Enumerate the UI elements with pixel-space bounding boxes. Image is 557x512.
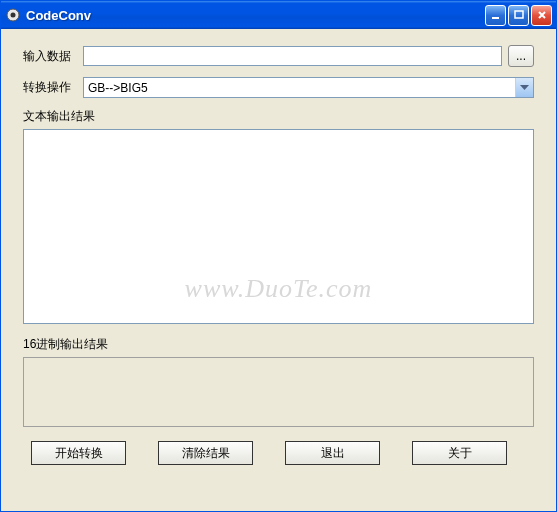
convert-label: 转换操作 bbox=[23, 79, 83, 96]
maximize-button[interactable] bbox=[508, 5, 529, 26]
svg-rect-3 bbox=[515, 11, 523, 18]
input-row: 输入数据 ... bbox=[23, 45, 534, 67]
clear-result-button[interactable]: 清除结果 bbox=[158, 441, 253, 465]
client-area: 输入数据 ... 转换操作 文本输出结果 16进制输出结果 开始转换 清除结果 … bbox=[1, 29, 556, 511]
button-row: 开始转换 清除结果 退出 关于 bbox=[23, 441, 534, 465]
hex-output-label: 16进制输出结果 bbox=[23, 336, 534, 353]
app-window: CodeConv 输入数据 ... 转换操作 bbox=[0, 0, 557, 512]
svg-point-1 bbox=[11, 13, 16, 18]
convert-combo-wrap bbox=[83, 77, 534, 98]
start-convert-button[interactable]: 开始转换 bbox=[31, 441, 126, 465]
browse-button[interactable]: ... bbox=[508, 45, 534, 67]
browse-label: ... bbox=[516, 49, 526, 63]
app-icon bbox=[5, 7, 21, 23]
text-output-label: 文本输出结果 bbox=[23, 108, 534, 125]
exit-button[interactable]: 退出 bbox=[285, 441, 380, 465]
minimize-button[interactable] bbox=[485, 5, 506, 26]
window-title: CodeConv bbox=[26, 8, 485, 23]
close-button[interactable] bbox=[531, 5, 552, 26]
titlebar: CodeConv bbox=[1, 1, 556, 29]
about-button[interactable]: 关于 bbox=[412, 441, 507, 465]
svg-rect-2 bbox=[492, 17, 499, 19]
convert-combo[interactable] bbox=[83, 77, 534, 98]
text-output-field[interactable] bbox=[23, 129, 534, 324]
input-label: 输入数据 bbox=[23, 48, 83, 65]
window-controls bbox=[485, 5, 552, 26]
input-data-field[interactable] bbox=[83, 46, 502, 66]
convert-row: 转换操作 bbox=[23, 77, 534, 98]
hex-output-field[interactable] bbox=[23, 357, 534, 427]
